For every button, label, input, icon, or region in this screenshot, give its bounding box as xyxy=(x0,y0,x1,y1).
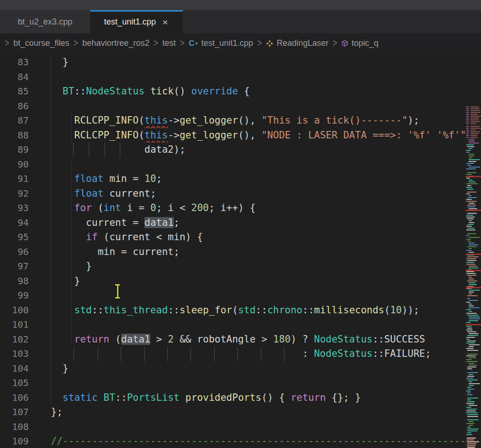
indent-guide xyxy=(51,303,51,318)
minimap-line xyxy=(467,439,474,441)
minimap-line xyxy=(466,123,469,124)
cpp-file-icon: C+ xyxy=(189,39,198,48)
tab-test_unit1.cpp[interactable]: test_unit1.cpp× xyxy=(90,10,183,33)
breadcrumb-label: bt_course_files xyxy=(13,38,69,48)
minimap-line xyxy=(469,222,475,223)
indent-guide xyxy=(120,143,120,157)
minimap-line xyxy=(467,430,477,431)
indent-guide xyxy=(51,172,51,187)
indent-guide xyxy=(89,143,89,157)
minimap-line xyxy=(466,128,469,129)
minimap-line xyxy=(466,348,474,349)
indent-guide xyxy=(71,128,72,143)
line-number: 98 xyxy=(0,274,51,289)
line-number: 90 xyxy=(0,157,51,172)
tab-bt_u2_ex3.cpp[interactable]: bt_u2_ex3.cpp xyxy=(0,10,90,33)
code-line-text: } xyxy=(51,361,465,376)
minimap-line xyxy=(469,307,480,308)
line-number: 91 xyxy=(0,172,51,187)
minimap-line xyxy=(469,421,474,422)
minimap-line xyxy=(467,416,478,417)
minimap-line xyxy=(469,290,480,291)
minimap-line xyxy=(469,139,475,140)
minimap-line xyxy=(466,258,476,259)
breadcrumb-item-test_unit1.cpp[interactable]: C+test_unit1.cpp xyxy=(189,38,253,48)
minimap-line xyxy=(467,280,477,281)
minimap-line xyxy=(466,411,476,411)
breadcrumb-item-bt_course_files[interactable]: bt_course_files xyxy=(13,38,69,48)
breadcrumb-item-ReadingLaser[interactable]: ReadingLaser xyxy=(266,38,328,48)
code-line: 85 BT::NodeStatus tick() override { xyxy=(0,84,465,99)
minimap-line xyxy=(469,220,472,221)
minimap-line xyxy=(466,359,472,360)
code-line-text xyxy=(51,157,465,172)
minimap-line xyxy=(470,116,481,117)
indent-guide xyxy=(284,347,284,361)
minimap-line xyxy=(467,399,471,400)
indent-guide xyxy=(105,143,105,157)
close-icon[interactable]: × xyxy=(161,17,169,27)
minimap-line xyxy=(469,195,472,196)
code-line-text: : NodeStatus::FAILURE; xyxy=(51,347,465,361)
minimap-line xyxy=(466,176,481,177)
code-line-text: float current; xyxy=(51,187,465,201)
minimap-line xyxy=(469,154,474,155)
tab-bar: bt_u2_ex3.cpptest_unit1.cpp× xyxy=(0,10,481,33)
minimap[interactable] xyxy=(465,106,481,448)
minimap-line xyxy=(466,262,474,263)
minimap-line xyxy=(467,437,476,439)
breadcrumb-label: behaviortree_ros2 xyxy=(82,38,149,48)
code-line: 84 xyxy=(0,70,465,85)
minimap-line xyxy=(466,273,476,274)
minimap-line xyxy=(469,293,472,294)
code-line: 97 } xyxy=(0,259,465,274)
minimap-line xyxy=(469,167,480,168)
minimap-line xyxy=(466,264,475,265)
line-number: 95 xyxy=(0,230,51,245)
minimap-line xyxy=(469,237,480,238)
code-editor[interactable]: 83 }8485 BT::NodeStatus tick() override … xyxy=(0,53,481,448)
minimap-line xyxy=(469,282,475,283)
indent-guide xyxy=(121,347,121,361)
minimap-line xyxy=(466,326,472,327)
minimap-line xyxy=(469,405,477,406)
breadcrumb-label: topic_q xyxy=(352,38,378,48)
code-line: 98 } xyxy=(0,274,465,289)
indent-guide xyxy=(51,332,51,347)
breadcrumb-item-behaviortree_ros2[interactable]: behaviortree_ros2 xyxy=(82,38,149,48)
indent-guide xyxy=(237,347,238,361)
minimap-line xyxy=(467,350,478,351)
minimap-line xyxy=(466,126,469,127)
minimap-line xyxy=(467,398,478,398)
code-line-text: RCLCPP_INFO(this->get_logger(), "This is… xyxy=(51,113,465,128)
minimap-line xyxy=(467,218,474,219)
minimap-line xyxy=(466,106,469,107)
minimap-line xyxy=(470,137,478,138)
indent-guide xyxy=(51,55,51,70)
breadcrumb-item-topic_q[interactable]: topic_q xyxy=(341,38,378,48)
minimap-line xyxy=(469,284,477,285)
code-line-text xyxy=(51,288,465,303)
code-line: 102 return (data1 > 2 && robotAngle > 18… xyxy=(0,332,465,347)
code-line: 87 RCLCPP_INFO(this->get_logger(), "This… xyxy=(0,113,465,128)
minimap-line xyxy=(466,330,473,330)
indent-guide xyxy=(71,288,72,303)
breadcrumb-item-test[interactable]: test xyxy=(162,38,176,48)
indent-guide xyxy=(51,317,51,332)
code-line-text xyxy=(51,70,465,85)
minimap-line xyxy=(466,152,469,153)
minimap-line xyxy=(466,235,469,236)
line-number: 85 xyxy=(0,84,51,99)
minimap-line xyxy=(466,339,470,340)
indent-guide xyxy=(71,317,72,332)
minimap-line xyxy=(467,354,478,355)
minimap-line xyxy=(469,156,475,156)
minimap-line xyxy=(469,381,472,382)
code-line: 107}; xyxy=(0,405,465,420)
indent-guide xyxy=(71,187,72,201)
minimap-line xyxy=(466,108,469,109)
breadcrumb-label: ReadingLaser xyxy=(277,38,328,48)
minimap-line xyxy=(466,391,471,392)
line-number: 96 xyxy=(0,245,51,260)
minimap-line xyxy=(467,367,476,367)
